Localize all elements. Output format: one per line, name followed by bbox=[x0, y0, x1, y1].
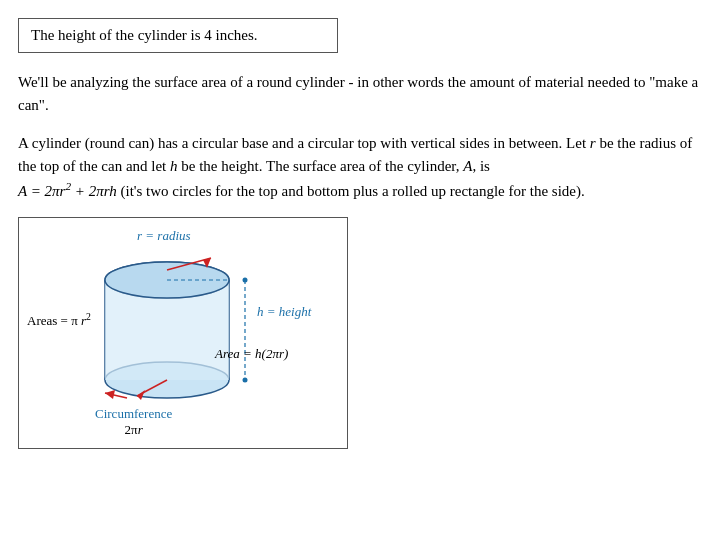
formula-note: (it's two circles for the top and bottom… bbox=[120, 183, 584, 199]
var-h: h bbox=[170, 158, 178, 174]
label-radius: r = radius bbox=[137, 228, 191, 244]
intro-text-1: We'll be analyzing the surface area of a… bbox=[18, 74, 698, 113]
circumference-line1: Circumference bbox=[95, 406, 172, 422]
svg-marker-15 bbox=[105, 390, 115, 399]
answer-text: The height of the cylinder is 4 inches. bbox=[31, 27, 258, 43]
answer-box: The height of the cylinder is 4 inches. bbox=[18, 18, 338, 53]
svg-point-8 bbox=[243, 378, 248, 383]
label-area-side: Area = h(2πr) bbox=[215, 346, 288, 362]
cylinder-figure: r = radius Areas = π r2 h = height Area … bbox=[18, 217, 348, 449]
intro-p2-part3: be the height. The surface area of the c… bbox=[178, 158, 464, 174]
intro-p2-part4: , is bbox=[472, 158, 490, 174]
formula-display: A = 2πr2 + 2πrh bbox=[18, 183, 120, 199]
intro-paragraph-2: A cylinder (round can) has a circular ba… bbox=[18, 132, 702, 204]
figure-inner: r = radius Areas = π r2 h = height Area … bbox=[27, 228, 327, 438]
cylinder-svg bbox=[77, 238, 267, 423]
label-areas: Areas = π r2 bbox=[27, 310, 91, 328]
intro-p2-part1: A cylinder (round can) has a circular ba… bbox=[18, 135, 590, 151]
label-circumference: Circumference 2πr bbox=[95, 406, 172, 438]
intro-paragraph-1: We'll be analyzing the surface area of a… bbox=[18, 71, 702, 118]
circumference-line2: 2πr bbox=[95, 422, 172, 438]
svg-point-7 bbox=[243, 278, 248, 283]
var-A: A bbox=[463, 158, 472, 174]
label-height: h = height bbox=[257, 304, 311, 320]
